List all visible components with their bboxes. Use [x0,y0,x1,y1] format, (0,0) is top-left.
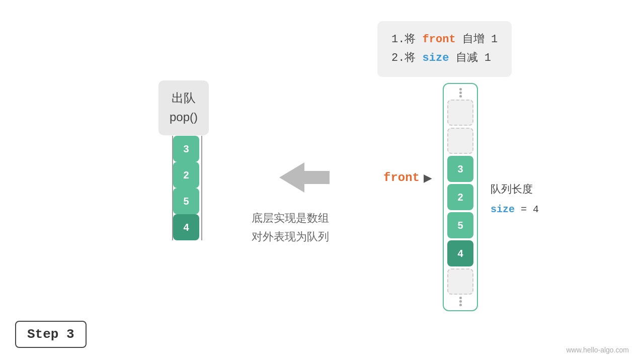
queue-info: 队列长度 size = 4 [491,178,539,220]
size-keyword: size [423,52,449,64]
info-box: 1.将 front 自增 1 2.将 size 自减 1 [377,21,512,77]
queue-size-line: size = 4 [491,200,539,220]
step-badge: Step 3 [15,321,87,348]
info-line1: 1.将 front 自增 1 [391,30,498,49]
right-cell-2: 3 [447,156,473,182]
queue-label: 队列长度 [491,178,539,200]
left-cell-2: 5 [173,188,199,214]
left-cell-0: 3 [173,136,199,162]
right-cell-3: 2 [447,184,473,210]
left-arrow [279,160,330,197]
right-cell-0 [447,100,473,126]
info-line2: 2.将 size 自减 1 [391,49,498,67]
right-cell-6 [447,268,473,295]
right-cell-4: 5 [447,212,473,238]
pop-box: 出队 pop() [158,80,209,135]
left-array: 3 2 5 4 [172,136,202,240]
front-label: front ▶ [383,171,431,185]
right-cell-5: 4 [447,240,473,266]
left-cell-3: 4 [173,214,199,240]
right-array: 3 2 5 4 [443,83,478,311]
watermark: www.hello-algo.com [567,346,629,354]
middle-text: 底层实现是数组 对外表现为队列 [252,209,329,246]
left-cell-1: 2 [173,162,199,188]
bottom-dots-icon [459,297,462,306]
right-cell-1 [447,128,473,154]
front-keyword: front [423,33,456,46]
svg-marker-0 [279,162,330,193]
top-dots-icon [459,88,462,98]
